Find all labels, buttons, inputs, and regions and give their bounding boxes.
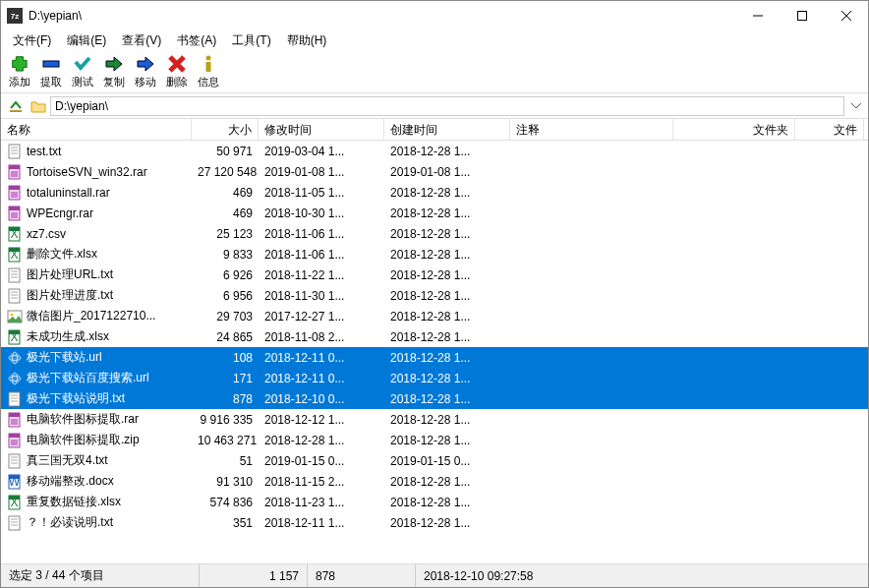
file-row[interactable]: 极光下载站百度搜索.url1712018-12-11 0...2018-12-2… bbox=[1, 368, 868, 388]
file-created: 2018-12-28 1... bbox=[384, 248, 510, 262]
file-row[interactable]: 真三国无双4.txt512019-01-15 0...2019-01-15 0.… bbox=[1, 450, 868, 471]
file-created: 2019-01-08 1... bbox=[384, 165, 510, 179]
file-name: 删除文件.xlsx bbox=[27, 246, 97, 263]
menu-item-3[interactable]: 书签(A) bbox=[169, 30, 224, 51]
header-created[interactable]: 创建时间 bbox=[384, 119, 510, 140]
status-size2: 878 bbox=[308, 564, 416, 587]
menu-item-5[interactable]: 帮助(H) bbox=[279, 30, 335, 51]
file-row[interactable]: 微信图片_2017122710...29 7032017-12-27 1...2… bbox=[1, 306, 868, 326]
menu-item-2[interactable]: 查看(V) bbox=[114, 30, 169, 51]
menu-item-4[interactable]: 工具(T) bbox=[224, 30, 278, 51]
svg-text:X: X bbox=[10, 496, 18, 509]
up-button[interactable] bbox=[5, 96, 27, 116]
svg-rect-27 bbox=[9, 268, 20, 282]
file-size: 91 310 bbox=[192, 475, 259, 489]
file-row[interactable]: 电脑软件图标提取.zip10 463 2712018-12-28 1...201… bbox=[1, 430, 868, 450]
svg-point-40 bbox=[9, 352, 21, 364]
header-name[interactable]: 名称 bbox=[1, 119, 192, 140]
file-icon bbox=[7, 309, 23, 324]
file-modified: 2018-11-30 1... bbox=[259, 289, 384, 303]
close-button[interactable] bbox=[824, 1, 868, 30]
file-icon: W bbox=[7, 474, 23, 490]
file-created: 2018-12-28 1... bbox=[384, 310, 510, 323]
file-size: 469 bbox=[192, 186, 259, 200]
test-icon bbox=[73, 54, 92, 74]
maximize-button[interactable] bbox=[780, 1, 824, 30]
file-icon bbox=[7, 185, 23, 201]
file-size: 6 956 bbox=[192, 289, 259, 303]
toolbar-copy-label: 复制 bbox=[103, 75, 125, 89]
file-modified: 2018-12-11 0... bbox=[259, 351, 384, 365]
file-name: test.txt bbox=[27, 145, 61, 158]
svg-rect-20 bbox=[11, 212, 18, 218]
svg-rect-46 bbox=[9, 392, 20, 406]
menu-item-0[interactable]: 文件(F) bbox=[5, 30, 59, 51]
header-files[interactable]: 文件 bbox=[795, 119, 864, 140]
toolbar-add-button[interactable]: 添加 bbox=[5, 54, 34, 89]
titlebar: 7z D:\yepian\ bbox=[1, 1, 868, 30]
svg-text:X: X bbox=[10, 227, 18, 241]
toolbar-copy-button[interactable]: 复制 bbox=[99, 54, 129, 89]
file-size: 108 bbox=[192, 351, 259, 365]
file-row[interactable]: ？！必读说明.txt3512018-12-11 1...2018-12-28 1… bbox=[1, 512, 868, 533]
file-row[interactable]: 图片处理URL.txt6 9262018-11-22 1...2018-12-2… bbox=[1, 265, 868, 285]
file-size: 10 463 271 bbox=[192, 434, 259, 447]
file-created: 2018-12-28 1... bbox=[384, 186, 510, 200]
toolbar-delete-button[interactable]: 删除 bbox=[162, 54, 192, 89]
file-row[interactable]: totaluninstall.rar4692018-11-05 1...2018… bbox=[1, 182, 868, 203]
pathbar bbox=[1, 93, 868, 119]
path-input[interactable] bbox=[50, 96, 844, 116]
status-selection: 选定 3 / 44 个项目 bbox=[1, 564, 200, 587]
file-name: xz7.csv bbox=[27, 227, 66, 241]
header-comment[interactable]: 注释 bbox=[510, 119, 673, 140]
menu-item-1[interactable]: 编辑(E) bbox=[59, 30, 114, 51]
file-icon bbox=[7, 412, 23, 428]
toolbar-extract-button[interactable]: 提取 bbox=[36, 54, 66, 89]
file-created: 2018-12-28 1... bbox=[384, 496, 510, 509]
file-modified: 2018-11-06 1... bbox=[259, 227, 384, 241]
file-created: 2018-12-28 1... bbox=[384, 289, 510, 303]
header-modified[interactable]: 修改时间 bbox=[259, 119, 384, 140]
toolbar-move-button[interactable]: 移动 bbox=[131, 54, 160, 89]
path-dropdown-icon[interactable] bbox=[848, 103, 864, 109]
toolbar-test-button[interactable]: 测试 bbox=[68, 54, 97, 89]
file-icon bbox=[7, 515, 23, 531]
file-size: 50 971 bbox=[192, 145, 259, 158]
file-list[interactable]: test.txt50 9712019-03-04 1...2018-12-28 … bbox=[1, 141, 868, 563]
file-row[interactable]: X重复数据链接.xlsx574 8362018-11-23 1...2018-1… bbox=[1, 492, 868, 512]
header-folders[interactable]: 文件夹 bbox=[673, 119, 795, 140]
info-icon bbox=[199, 54, 218, 74]
file-name: 微信图片_2017122710... bbox=[27, 308, 155, 324]
file-modified: 2018-11-05 1... bbox=[259, 186, 384, 200]
svg-rect-19 bbox=[9, 206, 20, 210]
svg-rect-54 bbox=[9, 434, 20, 438]
file-size: 9 916 335 bbox=[192, 413, 259, 427]
file-icon bbox=[7, 391, 23, 407]
file-row[interactable]: test.txt50 9712019-03-04 1...2018-12-28 … bbox=[1, 141, 868, 161]
svg-rect-66 bbox=[9, 516, 20, 530]
minimize-button[interactable] bbox=[735, 1, 780, 30]
status-size1: 1 157 bbox=[200, 564, 308, 587]
toolbar-info-button[interactable]: 信息 bbox=[194, 54, 223, 89]
file-row[interactable]: X删除文件.xlsx9 8332018-11-06 1...2018-12-28… bbox=[1, 244, 868, 265]
file-modified: 2019-03-04 1... bbox=[259, 145, 384, 158]
file-icon: X bbox=[7, 495, 23, 510]
file-row[interactable]: 极光下载站说明.txt8782018-12-10 0...2018-12-28 … bbox=[1, 388, 868, 409]
copy-icon bbox=[104, 54, 124, 74]
file-icon bbox=[7, 206, 23, 221]
file-row[interactable]: WPEcngr.rar4692018-10-30 1...2018-12-28 … bbox=[1, 203, 868, 223]
file-row[interactable]: 图片处理进度.txt6 9562018-11-30 1...2018-12-28… bbox=[1, 285, 868, 306]
add-icon bbox=[10, 54, 29, 74]
header-size[interactable]: 大小 bbox=[192, 119, 259, 140]
statusbar: 选定 3 / 44 个项目 1 157 878 2018-12-10 09:27… bbox=[1, 563, 868, 587]
file-row[interactable]: 极光下载站.url1082018-12-11 0...2018-12-28 1.… bbox=[1, 347, 868, 368]
file-row[interactable]: 电脑软件图标提取.rar9 916 3352018-12-12 1...2018… bbox=[1, 409, 868, 430]
file-name: 电脑软件图标提取.rar bbox=[27, 411, 139, 428]
file-row[interactable]: Xxz7.csv25 1232018-11-06 1...2018-12-28 … bbox=[1, 223, 868, 244]
file-icon: X bbox=[7, 247, 23, 263]
file-row[interactable]: X未成功生成.xlsx24 8652018-11-08 2...2018-12-… bbox=[1, 326, 868, 347]
file-size: 51 bbox=[192, 454, 259, 468]
file-row[interactable]: W移动端整改.docx91 3102018-11-15 2...2018-12-… bbox=[1, 471, 868, 492]
file-row[interactable]: TortoiseSVN_win32.rar27 120 5482019-01-0… bbox=[1, 161, 868, 182]
svg-point-36 bbox=[11, 313, 14, 316]
